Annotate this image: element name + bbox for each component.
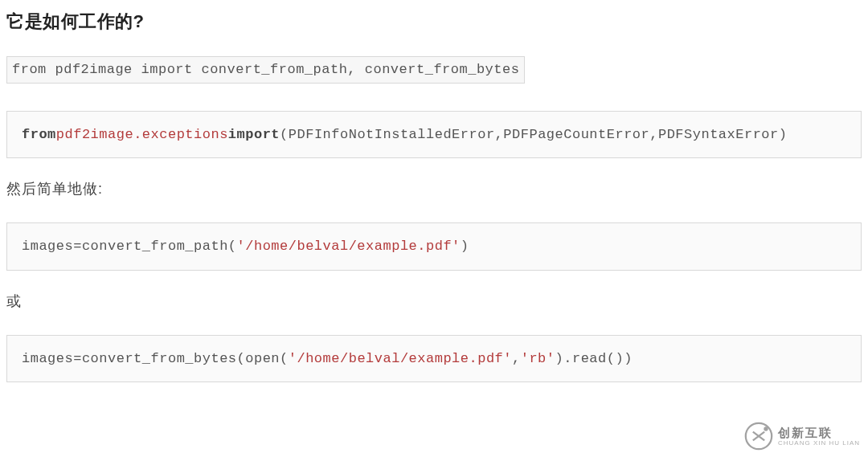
watermark-cn: 创新互联 [778,426,860,439]
string-literal-path: '/home/belval/example.pdf' [289,351,512,366]
import-items: (PDFInfoNotInstalledError,PDFPageCountEr… [280,127,787,142]
keyword-from: from [22,127,56,142]
code-suffix: ).read()) [555,351,633,366]
paragraph-or: 或 [6,292,862,311]
code-suffix: ) [461,239,469,254]
string-literal-mode: 'rb' [521,351,555,366]
code-block-3: images=convert_from_path('/home/belval/e… [6,222,862,271]
watermark: 创新互联 CHUANG XIN HU LIAN [744,422,860,451]
section-heading: 它是如何工作的? [6,10,862,34]
package-name: pdf2image.exceptions [56,127,228,142]
string-literal: '/home/belval/example.pdf' [237,239,461,254]
svg-point-1 [764,426,768,430]
code-mid: , [512,351,521,366]
watermark-en: CHUANG XIN HU LIAN [778,440,860,447]
watermark-text: 创新互联 CHUANG XIN HU LIAN [778,426,860,447]
paragraph-then: 然后简单地做: [6,179,862,198]
code-block-4: images=convert_from_bytes(open('/home/be… [6,335,862,383]
watermark-logo-icon [744,422,773,451]
code-block-2: frompdf2image.exceptionsimport(PDFInfoNo… [6,111,862,159]
code-prefix: images=convert_from_path( [22,239,237,254]
code-prefix: images=convert_from_bytes(open( [22,351,289,366]
code-block-1: from pdf2image import convert_from_path,… [6,56,525,84]
keyword-import: import [228,127,280,142]
